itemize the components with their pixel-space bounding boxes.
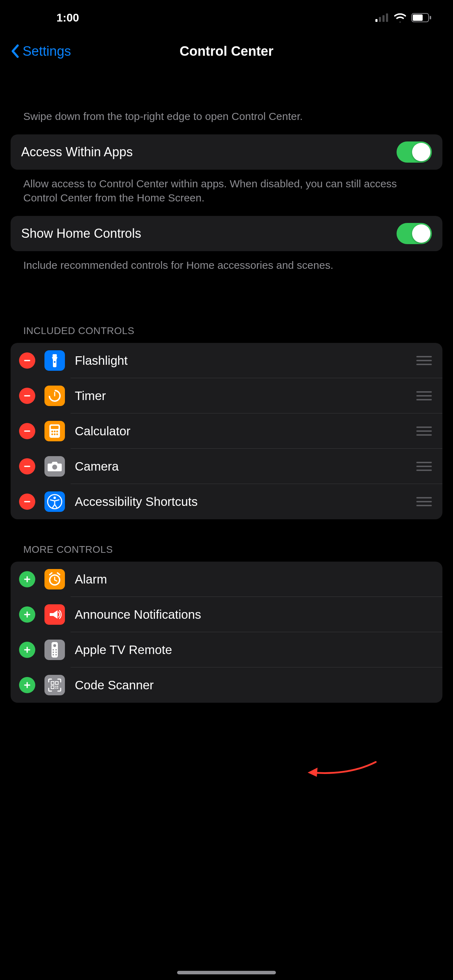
svg-rect-51 [56,686,56,687]
chevron-left-icon [11,44,19,58]
flashlight-icon [45,350,65,371]
more-controls-header: MORE CONTROLS [11,544,442,562]
home-label: Show Home Controls [21,226,141,241]
remove-button[interactable] [19,423,35,439]
item-label: Camera [75,459,416,473]
list-item: Accessibility Shortcuts [11,484,442,519]
drag-handle-icon[interactable] [416,426,432,436]
accessibility-icon [45,492,65,512]
svg-point-21 [56,434,58,435]
svg-rect-54 [57,687,58,689]
alarm-icon [45,569,65,589]
svg-rect-8 [52,354,57,357]
status-bar: 1:00 [0,0,453,35]
svg-point-26 [54,497,56,499]
status-time: 1:00 [56,11,79,24]
svg-rect-6 [430,16,431,19]
svg-point-16 [51,431,53,433]
list-item: Announce Notifications [11,597,442,632]
show-home-controls-row[interactable]: Show Home Controls [21,216,432,251]
svg-line-33 [57,573,60,575]
svg-rect-48 [51,682,54,684]
svg-rect-50 [51,686,54,689]
access-within-apps-card: Access Within Apps [11,134,442,170]
item-label: Accessibility Shortcuts [75,495,416,509]
remove-button[interactable] [19,493,35,510]
announce-icon [45,604,65,625]
battery-icon [412,13,432,22]
access-label: Access Within Apps [21,145,133,159]
annotation-arrow [307,758,377,779]
svg-line-31 [55,580,57,581]
drag-handle-icon[interactable] [416,356,432,365]
cellular-icon [375,13,389,22]
svg-rect-2 [382,15,385,22]
list-item: Camera [11,449,442,484]
svg-point-20 [54,434,56,435]
svg-point-40 [52,649,54,651]
drag-handle-icon[interactable] [416,497,432,506]
svg-rect-15 [51,426,59,429]
item-label: Alarm [75,572,434,586]
list-item: Alarm [11,562,442,597]
svg-line-32 [50,573,52,575]
calculator-icon [45,421,65,441]
tvremote-icon [45,640,65,660]
timer-icon [45,386,65,406]
intro-text: Swipe down from the top-right edge to op… [11,95,442,134]
home-indicator[interactable] [177,971,276,974]
wifi-icon [394,13,407,22]
access-desc: Allow access to Control Center within ap… [11,170,442,216]
svg-rect-3 [386,13,388,22]
list-item: Flashlight [11,343,442,378]
svg-rect-0 [375,19,377,22]
back-button[interactable]: Settings [11,44,71,59]
included-controls-header: INCLUDED CONTROLS [11,325,442,343]
remove-button[interactable] [19,388,35,404]
svg-rect-52 [57,686,58,687]
svg-rect-5 [413,14,423,21]
item-label: Calculator [75,424,416,438]
svg-point-39 [53,644,56,647]
add-button[interactable] [19,606,35,623]
camera-icon [45,456,65,477]
item-label: Code Scanner [75,678,434,692]
add-button[interactable] [19,571,35,587]
access-switch[interactable] [397,142,432,162]
svg-point-42 [52,652,54,653]
home-switch[interactable] [397,223,432,244]
add-button[interactable] [19,642,35,658]
svg-point-18 [56,431,58,433]
item-label: Announce Notifications [75,608,434,622]
access-within-apps-row[interactable]: Access Within Apps [21,134,432,170]
list-item: Code Scanner [11,667,442,703]
list-item: Apple TV Remote [11,632,442,667]
svg-point-17 [54,431,56,433]
back-label: Settings [22,44,71,59]
nav-bar: Settings Control Center [0,35,453,67]
item-label: Flashlight [75,353,416,368]
drag-handle-icon[interactable] [416,462,432,471]
svg-marker-55 [308,768,318,777]
svg-rect-49 [56,682,58,684]
svg-point-23 [52,465,57,469]
remove-button[interactable] [19,352,35,369]
svg-point-44 [52,654,54,655]
item-label: Apple TV Remote [75,643,434,657]
svg-rect-53 [56,687,56,689]
more-controls-list: AlarmAnnounce NotificationsApple TV Remo… [11,562,442,703]
remove-button[interactable] [19,458,35,474]
svg-point-9 [54,361,56,363]
list-item: Timer [11,378,442,414]
svg-point-41 [56,649,57,651]
svg-point-43 [56,652,57,653]
svg-rect-1 [379,17,381,22]
svg-point-45 [56,654,57,655]
list-item: Calculator [11,414,442,449]
item-label: Timer [75,389,416,403]
add-button[interactable] [19,677,35,693]
status-icons [375,13,432,22]
drag-handle-icon[interactable] [416,391,432,400]
svg-point-19 [51,434,53,435]
qrcode-icon [45,675,65,695]
